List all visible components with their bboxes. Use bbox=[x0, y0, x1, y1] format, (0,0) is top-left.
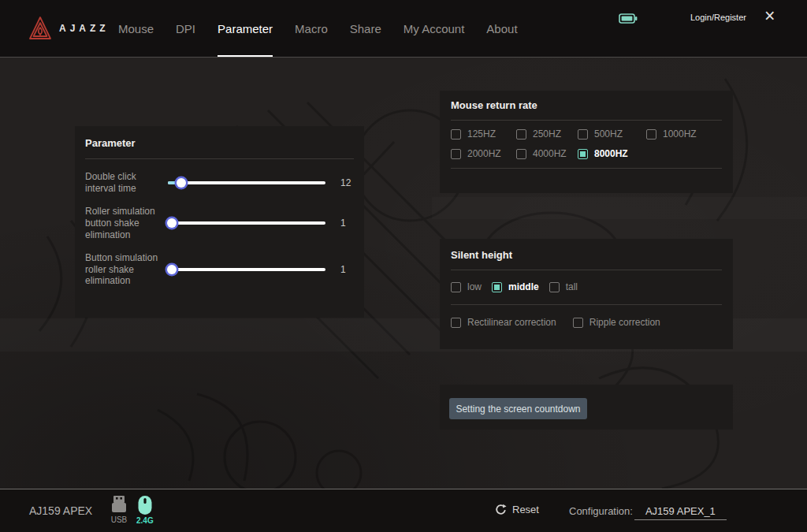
divider bbox=[451, 270, 722, 270]
checkbox-250hz[interactable]: 250HZ bbox=[516, 128, 578, 140]
tab-mouse[interactable]: Mouse bbox=[118, 0, 154, 57]
reset-icon bbox=[495, 504, 507, 515]
mouse-return-rate-panel: Mouse return rate 125HZ 250HZ 500HZ 1000… bbox=[440, 91, 733, 193]
brand-logo: AJAZZ bbox=[28, 16, 110, 41]
checkbox-125hz[interactable]: 125HZ bbox=[451, 128, 516, 140]
double-click-interval-slider[interactable] bbox=[168, 181, 325, 184]
slider-value: 1 bbox=[340, 218, 346, 229]
checkbox-label: 4000HZ bbox=[533, 148, 567, 159]
checkbox-box[interactable] bbox=[549, 282, 560, 292]
usb-connection[interactable]: USB bbox=[109, 495, 129, 524]
checkbox-label: 250HZ bbox=[533, 128, 561, 140]
main-nav: Mouse DPI Parameter Macro Share My Accou… bbox=[118, 0, 518, 57]
slider-row-double-click: Double click interval time 12 bbox=[85, 171, 354, 194]
checkbox-label: middle bbox=[508, 281, 539, 292]
tab-share[interactable]: Share bbox=[350, 0, 381, 57]
button-simulation-slider[interactable] bbox=[168, 268, 325, 271]
slider-value: 12 bbox=[340, 177, 351, 188]
mouse-icon bbox=[137, 495, 153, 515]
return-rate-options: 125HZ 250HZ 500HZ 1000HZ 2000HZ 4000HZ 8… bbox=[451, 128, 722, 159]
tab-macro[interactable]: Macro bbox=[295, 0, 328, 57]
device-name: AJ159 APEX bbox=[29, 504, 92, 517]
checkbox-ripple-correction[interactable]: Ripple correction bbox=[573, 317, 660, 328]
ajazz-logo-icon bbox=[28, 16, 52, 41]
configuration-label: Configuration: bbox=[569, 505, 633, 517]
tab-dpi[interactable]: DPI bbox=[176, 0, 195, 57]
checkbox-rectilinear-correction[interactable]: Rectilinear correction bbox=[451, 317, 556, 328]
checkbox-box[interactable] bbox=[492, 282, 502, 292]
checkbox-middle[interactable]: middle bbox=[492, 281, 539, 292]
brand-name: AJAZZ bbox=[59, 23, 110, 34]
checkbox-label: 2000HZ bbox=[467, 148, 501, 159]
wireless-label: 2.4G bbox=[136, 516, 154, 525]
checkbox-box[interactable] bbox=[516, 129, 526, 140]
slider-label: Double click interval time bbox=[85, 171, 161, 194]
checkbox-8000hz[interactable]: 8000HZ bbox=[578, 148, 646, 159]
login-register-link[interactable]: Login/Register bbox=[690, 13, 746, 22]
app-window: AJAZZ Mouse DPI Parameter Macro Share My… bbox=[0, 0, 807, 532]
configuration-group: Configuration: AJ159 APEX_1 bbox=[569, 505, 727, 520]
silent-height-title: Silent height bbox=[451, 249, 722, 261]
checkbox-1000hz[interactable]: 1000HZ bbox=[646, 128, 722, 140]
checkbox-label: 8000HZ bbox=[594, 148, 628, 159]
close-icon[interactable]: × bbox=[764, 7, 775, 25]
checkbox-label: 1000HZ bbox=[663, 128, 697, 140]
top-nav-bar: AJAZZ Mouse DPI Parameter Macro Share My… bbox=[0, 0, 807, 58]
checkbox-label: 500HZ bbox=[594, 128, 623, 140]
checkbox-label: 125HZ bbox=[467, 128, 496, 140]
checkbox-2000hz[interactable]: 2000HZ bbox=[451, 148, 516, 159]
checkbox-box[interactable] bbox=[451, 149, 461, 159]
divider bbox=[451, 304, 722, 305]
configuration-value[interactable]: AJ159 APEX_1 bbox=[634, 505, 727, 520]
checkbox-box[interactable] bbox=[578, 149, 588, 159]
screen-countdown-button[interactable]: Setting the screen countdown bbox=[449, 398, 587, 419]
divider bbox=[85, 158, 354, 159]
silent-height-options: low middle tall bbox=[451, 281, 722, 292]
checkbox-tall[interactable]: tall bbox=[549, 281, 578, 292]
divider bbox=[451, 168, 722, 169]
wireless-connection[interactable]: 2.4G bbox=[136, 495, 154, 525]
checkbox-box[interactable] bbox=[646, 129, 656, 140]
background-light-band bbox=[432, 197, 807, 219]
parameter-panel: Parameter Double click interval time 12 … bbox=[75, 126, 364, 318]
parameter-panel-title: Parameter bbox=[85, 137, 354, 149]
slider-value: 1 bbox=[340, 264, 346, 275]
slider-label: Button simulation roller shake eliminati… bbox=[85, 252, 161, 287]
tab-about[interactable]: About bbox=[486, 0, 517, 57]
checkbox-label: tall bbox=[566, 281, 578, 292]
checkbox-box[interactable] bbox=[578, 129, 588, 140]
roller-simulation-slider[interactable] bbox=[168, 221, 325, 225]
checkbox-label: Ripple correction bbox=[589, 317, 660, 328]
slider-row-button-sim: Button simulation roller shake eliminati… bbox=[85, 252, 354, 287]
checkbox-box[interactable] bbox=[451, 318, 461, 328]
checkbox-label: low bbox=[467, 281, 482, 292]
countdown-panel: Setting the screen countdown bbox=[440, 385, 733, 430]
reset-button[interactable]: Reset bbox=[495, 504, 539, 515]
checkbox-label: Rectilinear correction bbox=[467, 317, 556, 328]
tab-my-account[interactable]: My Account bbox=[404, 0, 465, 57]
silent-height-panel: Silent height low middle tall Rectilinea… bbox=[440, 239, 733, 349]
tab-parameter[interactable]: Parameter bbox=[218, 0, 273, 57]
checkbox-box[interactable] bbox=[451, 282, 461, 292]
bottom-status-bar: AJ159 APEX USB 2.4G Reset bbox=[0, 489, 807, 532]
checkbox-box[interactable] bbox=[573, 318, 583, 328]
slider-row-roller-sim: Roller simulation button shake eliminati… bbox=[85, 206, 354, 240]
checkbox-low[interactable]: low bbox=[451, 281, 482, 292]
checkbox-box[interactable] bbox=[516, 149, 526, 159]
reset-label: Reset bbox=[512, 504, 539, 515]
return-rate-title: Mouse return rate bbox=[451, 99, 722, 111]
checkbox-4000hz[interactable]: 4000HZ bbox=[516, 148, 578, 159]
slider-fill-and-handle[interactable] bbox=[168, 181, 180, 184]
checkbox-box[interactable] bbox=[451, 129, 461, 140]
correction-options: Rectilinear correction Ripple correction bbox=[451, 317, 722, 328]
usb-icon bbox=[109, 495, 129, 515]
divider bbox=[451, 120, 722, 121]
checkbox-500hz[interactable]: 500HZ bbox=[578, 128, 646, 140]
slider-fill-and-handle[interactable] bbox=[168, 221, 171, 225]
slider-label: Roller simulation button shake eliminati… bbox=[85, 206, 161, 240]
slider-fill-and-handle[interactable] bbox=[168, 268, 171, 271]
battery-icon bbox=[619, 13, 638, 27]
usb-label: USB bbox=[111, 515, 128, 524]
